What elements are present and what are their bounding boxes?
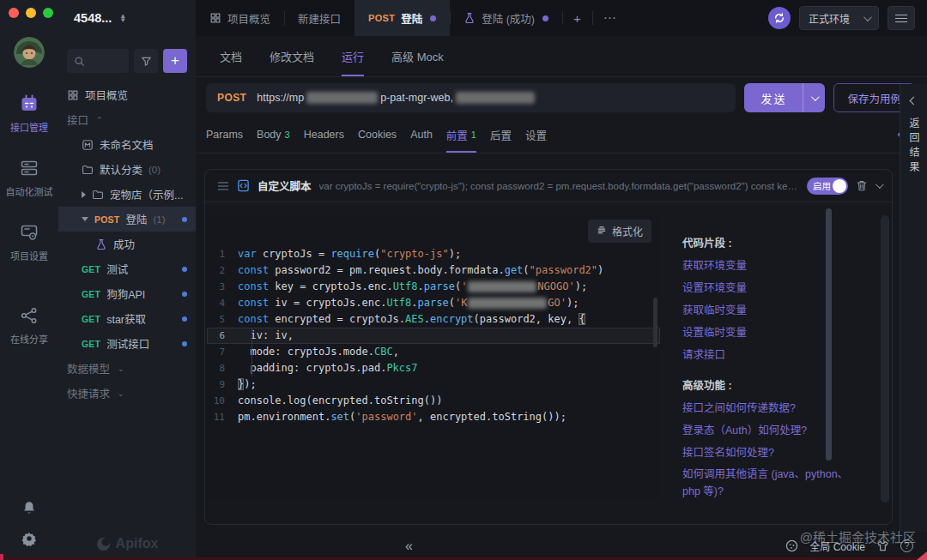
redacted-code-segment: [468, 281, 536, 292]
collapse-script-chevron[interactable]: [876, 183, 882, 189]
main-tab-运行[interactable]: 运行: [342, 36, 364, 76]
rail-item-share[interactable]: 在线分享: [6, 305, 53, 346]
window-controls: [9, 8, 53, 18]
tree-item-狗狗API[interactable]: GET狗狗API: [58, 281, 196, 306]
more-tabs-button[interactable]: ⋯: [592, 0, 627, 36]
search-input[interactable]: [67, 49, 129, 73]
tree-item-测试接口[interactable]: GET测试接口: [58, 331, 196, 356]
theme-shirt-icon[interactable]: [876, 539, 889, 552]
project-switcher[interactable]: 4548... ▲▼: [58, 0, 196, 36]
sync-button[interactable]: [768, 7, 791, 29]
rail-item-autotest[interactable]: 自动化测试: [6, 158, 53, 198]
request-tab-label: Cookies: [358, 129, 397, 141]
url-segment: p-pat-mgr-web,: [380, 92, 453, 104]
script-code-editor[interactable]: 格式化 1var cryptoJs = require("crypto-js")…: [207, 215, 660, 500]
code-line-6: 6 iv: iv,: [207, 328, 660, 344]
delete-script-trash-icon[interactable]: [856, 179, 868, 192]
collapse-sidebar-button[interactable]: «: [405, 539, 413, 554]
format-button[interactable]: 格式化: [588, 220, 651, 243]
line-number: 7: [207, 344, 238, 360]
line-number: 9: [207, 376, 238, 393]
enable-toggle[interactable]: 启用: [807, 178, 848, 195]
main-tab-修改文档[interactable]: 修改文档: [270, 36, 314, 76]
rail-item-label: 接口管理: [10, 120, 48, 134]
tree-item-接口[interactable]: 接口⌃: [58, 107, 196, 132]
tree-item-star获取[interactable]: GETstar获取: [58, 306, 196, 331]
tree-item-label: 测试接口: [106, 335, 149, 352]
rail-item-api[interactable]: 接口管理: [6, 93, 53, 134]
send-options-chevron[interactable]: [803, 83, 825, 112]
help-icon[interactable]: ?: [900, 539, 913, 552]
rail-item-label: 在线分享: [10, 332, 48, 346]
request-tab-Params[interactable]: Params: [206, 117, 243, 153]
close-window-button[interactable]: [9, 8, 19, 18]
tree-item-label: 项目概览: [85, 87, 128, 103]
request-tab-前置[interactable]: 前置1: [446, 117, 476, 153]
panel-scrollbar[interactable]: [881, 215, 889, 503]
new-tab-button[interactable]: +: [562, 0, 592, 36]
top-tab-项目概览[interactable]: 项目概览: [196, 0, 284, 36]
avatar[interactable]: [14, 37, 45, 68]
global-cookie-label[interactable]: 全局 Cookie: [809, 539, 865, 553]
tree-item-label: 宠物店（示例...: [110, 186, 183, 202]
drag-handle-icon[interactable]: [217, 181, 229, 191]
folder-icon: [92, 189, 104, 201]
modified-dot: [182, 217, 187, 222]
add-button[interactable]: +: [163, 49, 187, 73]
toggle-knob: [833, 179, 846, 193]
line-number: 8: [207, 360, 238, 376]
filter-button[interactable]: [134, 49, 158, 73]
chevron-up-icon: ⌃: [96, 116, 103, 124]
modified-dot: [182, 267, 187, 272]
request-tab-后置[interactable]: 后置: [490, 117, 512, 153]
tree-item-label: 默认分类: [100, 161, 142, 178]
tree-item-快捷请求[interactable]: 快捷请求⌄: [58, 381, 196, 406]
line-tokens: const password2 = pm.request.body.formda…: [238, 262, 603, 279]
main-tab-文档[interactable]: 文档: [220, 36, 242, 76]
request-tab-label: Headers: [304, 129, 344, 141]
minimize-window-button[interactable]: [26, 8, 36, 18]
send-button[interactable]: 发送: [744, 83, 825, 112]
environment-selector[interactable]: 正式环境: [799, 6, 879, 30]
top-tab-新建接口[interactable]: 新建接口: [284, 0, 354, 36]
main-tab-高级 Mock[interactable]: 高级 Mock: [391, 36, 444, 76]
advanced-link[interactable]: 如何调用其他语言 (java、python、php 等)?: [682, 466, 854, 500]
tree-item-未命名文档[interactable]: 未命名文档: [58, 132, 196, 157]
main-menu-button[interactable]: [888, 6, 915, 30]
custom-script-bar[interactable]: 自定义脚本 var cryptoJs = require("crypto-js"…: [205, 170, 892, 202]
modified-dot: [182, 316, 187, 322]
editor-scrollbar[interactable]: [653, 298, 657, 347]
expand-results-chevron[interactable]: [910, 97, 918, 105]
code-line-8: 8 padding: cryptoJs.pad.Pkcs7: [207, 360, 660, 376]
tree-item-登陆[interactable]: POST登陆(1): [58, 207, 196, 232]
tree-item-默认分类[interactable]: 默认分类(0): [58, 157, 196, 182]
request-tab-Headers[interactable]: Headers: [304, 117, 344, 153]
top-tab-登陆 (成功)[interactable]: 登陆 (成功): [450, 0, 562, 36]
tree-item-宠物店（示例...[interactable]: 宠物店（示例...: [58, 182, 196, 207]
tree-item-成功[interactable]: 成功: [58, 232, 196, 256]
line-number: 3: [207, 279, 238, 295]
redacted-url-segment: [306, 92, 378, 104]
request-tab-label: Params: [206, 129, 243, 141]
url-box[interactable]: POST https://mpp-pat-mgr-web,: [206, 83, 736, 112]
request-tab-设置[interactable]: 设置: [525, 117, 547, 153]
rail-item-settings[interactable]: 项目设置: [6, 222, 53, 262]
request-tab-Body[interactable]: Body3: [257, 117, 290, 153]
notifications-bell-icon[interactable]: [21, 500, 37, 515]
caret-down-icon: [82, 217, 88, 221]
grid-icon: [67, 89, 79, 101]
app-settings-gear-icon[interactable]: [21, 531, 37, 546]
tree-method: GET: [82, 264, 100, 274]
top-tab-登陆[interactable]: POST登陆: [354, 0, 450, 36]
request-tab-Auth[interactable]: Auth: [410, 117, 433, 153]
code-area[interactable]: 1var cryptoJs = require("crypto-js");2co…: [207, 246, 660, 500]
tree-item-项目概览[interactable]: 项目概览: [58, 82, 196, 107]
tree-item-数据模型[interactable]: 数据模型⌄: [58, 356, 196, 381]
return-result-strip[interactable]: 返回结果: [900, 84, 927, 532]
line-tokens: const key = cryptoJs.enc.Utf8.parse('NGO…: [238, 279, 587, 295]
snippets-scrollbar[interactable]: [826, 208, 832, 461]
request-tab-label: 设置: [525, 127, 547, 143]
request-tab-Cookies[interactable]: Cookies: [358, 117, 397, 153]
zoom-window-button[interactable]: [43, 8, 53, 18]
tree-item-测试[interactable]: GET测试: [58, 256, 196, 281]
